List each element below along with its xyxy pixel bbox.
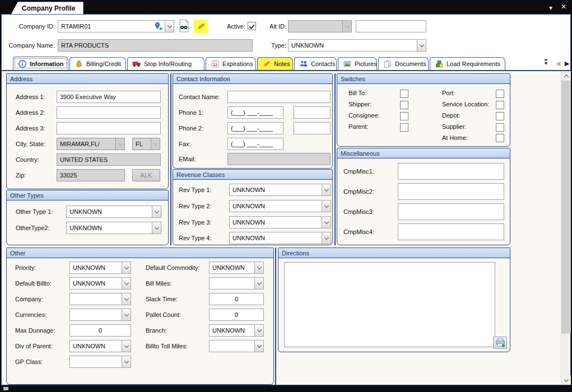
default-commodity-select[interactable]: UNKNOWN xyxy=(209,262,264,274)
dropdown-button[interactable] xyxy=(254,278,263,289)
cmpmisc4-field[interactable] xyxy=(398,223,504,240)
tab-contacts[interactable]: Contacts xyxy=(294,57,337,70)
port-checkbox[interactable] xyxy=(496,90,504,98)
resize-grip[interactable] xyxy=(3,387,8,390)
tab-information[interactable]: Information xyxy=(13,57,68,70)
dropdown-button[interactable] xyxy=(322,217,331,228)
bill-to-checkbox[interactable] xyxy=(400,90,408,98)
dropdown-button[interactable] xyxy=(254,262,263,273)
dropdown-button[interactable] xyxy=(122,262,131,273)
other-types-group: Other Types Other Type 1: UNKNOWN OtherT… xyxy=(6,190,169,245)
shipper-checkbox[interactable] xyxy=(400,101,408,109)
rev-type2-select[interactable]: UNKNOWN xyxy=(229,200,331,212)
window-menu-icon[interactable]: ▾ xyxy=(549,3,552,12)
bill-miles-select[interactable] xyxy=(209,277,264,290)
dropdown-button[interactable] xyxy=(165,21,174,32)
slack-time-field[interactable] xyxy=(209,293,264,305)
phone2-ext-field[interactable] xyxy=(294,122,331,134)
notes-pencil-icon[interactable] xyxy=(194,20,208,33)
dropdown-button[interactable] xyxy=(322,200,331,212)
column-splitter[interactable] xyxy=(275,248,276,385)
pallet-count-field[interactable] xyxy=(209,309,264,321)
tab-scroll-right-icon[interactable]: ▶ xyxy=(565,59,569,67)
address2-field[interactable] xyxy=(57,106,161,119)
active-checkbox[interactable] xyxy=(248,22,256,30)
column-splitter[interactable] xyxy=(170,73,171,245)
truck-icon xyxy=(132,59,141,68)
find-company-icon[interactable] xyxy=(176,18,191,33)
form-body: Company ID: RTAMIR01 Active: Alt ID: Com… xyxy=(1,14,571,385)
tab-scroll-left-icon[interactable]: ◀ xyxy=(556,59,560,67)
tab-load-requirements[interactable]: Load Requirements xyxy=(430,57,505,70)
tab-expirations[interactable]: 12 Expirations xyxy=(206,57,256,70)
fax-field[interactable] xyxy=(227,138,283,150)
max-dunnage-field[interactable] xyxy=(69,324,131,337)
dropdown-button[interactable] xyxy=(152,222,161,234)
alt-id-combo xyxy=(288,20,352,32)
billto-toll-miles-select[interactable] xyxy=(209,340,264,352)
dropdown-button[interactable] xyxy=(254,340,263,352)
dropdown-button[interactable] xyxy=(122,293,131,305)
print-directions-button[interactable] xyxy=(493,337,507,349)
cmpmisc1-field[interactable] xyxy=(398,163,504,180)
currencies-select[interactable] xyxy=(69,309,131,321)
consignee-checkbox[interactable] xyxy=(400,112,408,120)
dropdown-button[interactable] xyxy=(152,206,161,217)
phone2-field[interactable] xyxy=(227,122,283,134)
directions-textarea[interactable] xyxy=(284,262,495,347)
alk-button[interactable]: ALK xyxy=(132,169,160,181)
company-select[interactable] xyxy=(69,293,131,305)
dropdown-button[interactable] xyxy=(417,40,426,51)
group-title: Miscellaneous xyxy=(337,148,510,158)
cmpmisc2-field[interactable] xyxy=(398,183,504,200)
dropdown-button[interactable] xyxy=(122,278,131,289)
chevron-up-icon xyxy=(564,74,568,78)
column-splitter[interactable] xyxy=(334,73,336,245)
other-type1-select[interactable]: UNKNOWN xyxy=(66,206,161,218)
tab-list-icon[interactable]: ▾ xyxy=(545,59,547,66)
rev-type3-select[interactable]: UNKNOWN xyxy=(229,216,331,228)
parent-checkbox[interactable] xyxy=(400,123,408,132)
window-title-tab[interactable]: Company Profile xyxy=(11,2,83,14)
dropdown-button[interactable] xyxy=(122,356,131,367)
tab-stop-info-routing[interactable]: Stop Info/Routing xyxy=(127,57,204,70)
address3-field[interactable] xyxy=(57,122,161,134)
depot-checkbox[interactable] xyxy=(496,112,504,120)
branch-select[interactable]: UNKNOWN xyxy=(209,324,264,337)
vertical-scrollbar[interactable] xyxy=(561,71,570,385)
dropdown-button[interactable] xyxy=(122,340,131,352)
tab-billing-credit[interactable]: Billing/Credit xyxy=(69,57,126,70)
scrollbar-thumb[interactable] xyxy=(561,81,571,334)
supplier-checkbox[interactable] xyxy=(496,123,504,132)
rev-type1-select[interactable]: UNKNOWN xyxy=(229,184,331,196)
type-select[interactable]: UNKNOWN xyxy=(288,39,426,52)
priority-select[interactable]: UNKNOWN xyxy=(69,262,131,274)
chevron-down-icon xyxy=(564,377,568,381)
dropdown-button[interactable] xyxy=(122,309,131,320)
contact-name-field[interactable] xyxy=(227,91,331,103)
cmpmisc3-field[interactable] xyxy=(398,203,504,220)
phone1-field[interactable] xyxy=(227,106,283,119)
dropdown-button[interactable] xyxy=(254,325,263,336)
map-pin-add-icon[interactable] xyxy=(154,22,163,31)
tab-pictures[interactable]: Pictures xyxy=(338,57,377,70)
default-billto-select[interactable]: UNKNOWN xyxy=(69,277,131,290)
other-type2-select[interactable]: UNKNOWN xyxy=(66,222,161,234)
tab-notes[interactable]: Notes xyxy=(257,57,293,70)
div-of-parent-select[interactable]: UNKNOWN xyxy=(69,340,131,352)
scroll-down-button[interactable] xyxy=(561,375,571,385)
alt-id-extra-field[interactable] xyxy=(356,20,426,32)
phone1-ext-field[interactable] xyxy=(294,106,331,119)
tab-documents[interactable]: Documents xyxy=(378,57,429,70)
scroll-up-button[interactable] xyxy=(561,71,571,81)
at-home-checkbox[interactable] xyxy=(496,134,504,142)
company-id-combo[interactable]: RTAMIR01 xyxy=(58,20,174,32)
dropdown-button[interactable] xyxy=(322,184,331,195)
rev-type4-select[interactable]: UNKNOWN xyxy=(229,232,331,244)
address1-field[interactable] xyxy=(57,91,161,103)
service-location-checkbox[interactable] xyxy=(496,101,504,109)
dropdown-button[interactable] xyxy=(322,232,331,244)
close-icon[interactable]: ✕ xyxy=(561,2,566,11)
pencil-icon xyxy=(262,59,271,68)
gp-class-select[interactable] xyxy=(69,356,131,368)
